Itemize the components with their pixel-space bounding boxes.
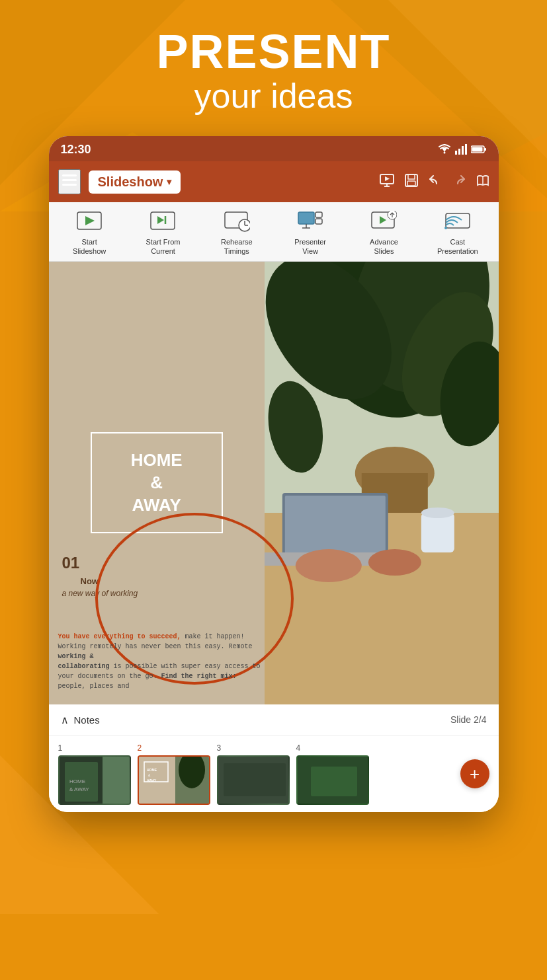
strip-number-4: 4 [296,743,301,753]
svg-rect-55 [421,513,454,552]
svg-rect-11 [472,147,482,152]
start-from-current-svg [149,211,176,233]
ribbon-label-start-from-current: Start FromCurrent [146,238,181,255]
start-slideshow-icon [74,209,105,235]
start-slideshow-svg [76,211,103,233]
svg-rect-13 [62,179,77,181]
now-label: Now [81,576,99,586]
strip-number-1: 1 [58,743,63,753]
svg-rect-32 [298,212,314,224]
svg-rect-34 [316,219,322,224]
ribbon-label-start-slideshow: StartSlideshow [73,238,106,255]
battery-icon [471,145,487,154]
svg-rect-6 [458,149,460,155]
cast-presentation-svg [444,211,471,233]
slide-strip: 1 HOME & AWAY 2 [49,736,499,812]
slide-body-text: You have everything to succeed, make it … [58,632,263,691]
start-from-current-icon [147,209,178,235]
undo-icon[interactable] [429,174,442,190]
slide-count: Slide 2/4 [450,714,486,725]
slideshow-label: Slideshow [98,174,163,190]
save-icon[interactable] [405,174,418,190]
slide-section-number: 01 [62,554,80,572]
body-bold-2: Find the right mix: [161,673,237,680]
svg-text:& AWAY: & AWAY [69,786,89,792]
ribbon-label-advance-slides: AdvanceSlides [370,238,398,255]
svg-rect-73 [224,763,286,796]
svg-marker-26 [157,216,164,224]
home-away-box: HOME & AWAY [91,432,223,533]
svg-rect-5 [455,151,457,155]
svg-text:HOME: HOME [147,768,157,772]
rehearse-timings-icon [222,209,252,235]
presenter-view-icon [295,209,325,235]
strip-number-2: 2 [138,743,142,753]
svg-marker-38 [380,216,386,224]
status-icons [438,144,487,155]
svg-point-41 [444,227,447,229]
svg-rect-33 [316,212,322,217]
ribbon-item-cast-presentation[interactable]: CastPresentation [431,209,484,255]
thumb-2-svg: HOME & AWAY [139,757,210,805]
slide-title-line2: & [105,472,208,494]
svg-marker-24 [85,216,95,225]
plant-svg [265,262,499,704]
status-bar: 12:30 [49,136,499,161]
ribbon: StartSlideshow Start FromCurrent [49,202,499,261]
svg-rect-51 [285,496,386,554]
book-icon[interactable] [476,174,489,190]
svg-rect-10 [484,148,486,151]
undo-arrow-icon [429,174,442,186]
wifi-icon [438,144,451,155]
svg-rect-12 [62,174,77,176]
plant-photo [265,262,499,704]
strip-item-2[interactable]: 2 HOME & AWAY [138,743,210,805]
notes-label: Notes [74,714,100,726]
signal-icon [455,144,467,155]
svg-rect-63 [103,757,131,805]
add-slide-plus-icon: + [470,764,480,784]
strip-item-4[interactable]: 4 [296,743,369,805]
strip-item-1[interactable]: 1 HOME & AWAY [58,743,131,805]
redo-arrow-icon [452,174,466,186]
new-way-text: a new way of working [62,589,138,598]
promo-subtitle: your ideas [0,75,547,116]
slide-right-photo [265,262,499,704]
ribbon-label-presenter-view: PresenterView [294,238,326,255]
ribbon-item-presenter-view[interactable]: PresenterView [284,209,337,255]
strip-number-3: 3 [217,743,222,753]
promo-title: PRESENT [0,28,547,75]
strip-thumb-3 [217,755,290,805]
floppy-save-icon [405,174,418,187]
ribbon-item-rehearse-timings[interactable]: RehearseTimings [210,209,263,255]
svg-rect-20 [408,174,415,179]
app-toolbar: Slideshow ▾ [49,161,499,202]
section-number: 01 [62,554,80,572]
promo-header: PRESENT your ideas [0,0,547,136]
slide-now-label: Now [81,575,99,587]
svg-point-4 [443,152,445,154]
svg-rect-8 [465,144,467,155]
redo-icon[interactable] [452,174,466,190]
ribbon-item-start-from-current[interactable]: Start FromCurrent [136,209,189,255]
slideshow-dropdown-button[interactable]: Slideshow ▾ [89,170,181,194]
ribbon-item-advance-slides[interactable]: AdvanceSlides [357,209,410,255]
thumb-1-svg: HOME & AWAY [60,757,131,805]
svg-point-54 [368,549,421,576]
present-icon[interactable] [380,174,394,190]
phone-frame: 12:30 [49,136,499,811]
notes-chevron-icon: ∧ [61,714,69,726]
strip-thumb-1: HOME & AWAY [58,755,131,805]
ribbon-item-start-slideshow[interactable]: StartSlideshow [63,209,116,255]
status-time: 12:30 [61,143,91,157]
thumb-3-svg [218,757,290,805]
menu-button[interactable] [58,169,81,194]
hamburger-icon [62,174,77,186]
present-monitor-icon [380,174,394,187]
slide-title-line3: AWAY [105,494,208,517]
svg-rect-76 [311,767,357,796]
strip-item-3[interactable]: 3 [217,743,290,805]
svg-rect-21 [407,181,415,186]
strip-thumb-4 [296,755,369,805]
add-slide-button[interactable]: + [460,759,489,788]
